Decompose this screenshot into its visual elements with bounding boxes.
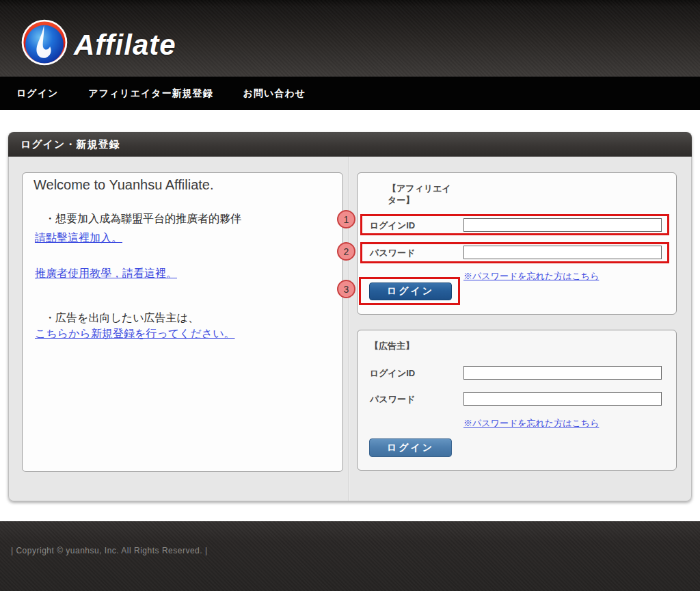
advertiser-forgot-password-link[interactable]: ※パスワードを忘れた方はこちら (463, 417, 599, 430)
main-nav: ログイン アフィリエイター新規登録 お問い合わせ (0, 77, 700, 110)
affiliate-forgot-password-link[interactable]: ※パスワードを忘れた方はこちら (463, 270, 599, 283)
join-here-link[interactable]: 請點擊這裡加入。 (35, 231, 122, 246)
tutorial-link[interactable]: 推廣者使用教學，請看這裡。 (35, 267, 177, 281)
site-footer: | Copyright © yuanhsu, Inc. All Rights R… (0, 521, 700, 591)
site-header: Affilate (0, 0, 700, 77)
welcome-box: Welcome to Yuanhsu Affiliate. ・想要加入成為聯盟平… (22, 172, 343, 472)
affiliate-password-label: パスワード (370, 247, 415, 259)
affiliate-login-id-label: ログインID (370, 220, 415, 232)
nav-item-login[interactable]: ログイン (16, 88, 58, 100)
welcome-line-advertiser: ・広告を出向したい広告主は、 (44, 311, 199, 326)
affiliate-password-input[interactable] (463, 246, 662, 259)
annotation-step-1: 1 (337, 210, 355, 228)
affiliate-login-box: 【アフィリエイター】 ログインID パスワード ※パスワードを忘れた方はこちら … (357, 172, 677, 315)
column-divider (349, 157, 350, 501)
brand-logo-icon (21, 19, 68, 66)
annotation-step-3: 3 (337, 280, 355, 298)
affiliate-login-id-input[interactable] (463, 218, 662, 232)
annotation-step-2: 2 (337, 242, 355, 261)
annotation-step-2-number: 2 (344, 246, 349, 257)
annotation-step-3-number: 3 (344, 284, 349, 295)
panel-title: ログイン・新規登録 (8, 132, 692, 157)
advertiser-login-button[interactable]: ログイン (369, 438, 452, 457)
welcome-heading: Welcome to Yuanhsu Affiliate. (33, 177, 214, 193)
welcome-line-publisher: ・想要加入成為聯盟平台的推廣者的夥伴 (44, 212, 241, 226)
login-panel: ログイン・新規登録 Welcome to Yuanhsu Affiliate. … (8, 132, 692, 501)
advertiser-login-id-label: ログインID (370, 367, 415, 380)
advertiser-password-input[interactable] (463, 392, 662, 406)
brand-title: Affilate (74, 29, 176, 62)
advertiser-signup-link[interactable]: こちらから新規登録を行ってください。 (35, 327, 235, 341)
copyright-text: | Copyright © yuanhsu, Inc. All Rights R… (11, 546, 208, 555)
nav-item-affiliate-signup[interactable]: アフィリエイター新規登録 (88, 88, 213, 100)
advertiser-password-label: パスワード (370, 393, 415, 406)
nav-item-contact[interactable]: お問い合わせ (243, 88, 306, 100)
advertiser-login-box: 【広告主】 ログインID パスワード ※パスワードを忘れた方はこちら ログイン (357, 330, 677, 471)
affiliate-box-heading: 【アフィリエイター】 (388, 183, 455, 206)
advertiser-box-heading: 【広告主】 (370, 340, 507, 352)
affiliate-login-button[interactable]: ログイン (369, 283, 452, 300)
annotation-step-1-number: 1 (344, 214, 349, 225)
advertiser-login-id-input[interactable] (463, 366, 662, 380)
